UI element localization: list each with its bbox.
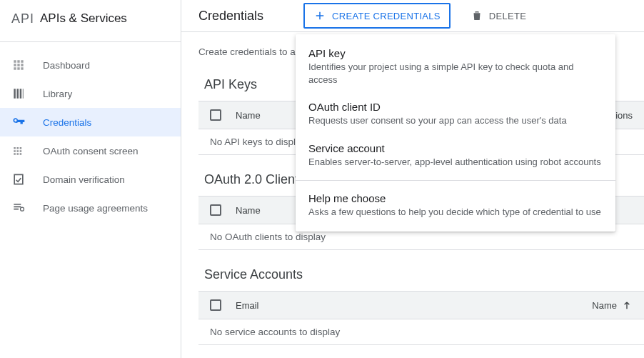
menu-item-help-choose[interactable]: Help me choose Asks a few questions to h… [296,185,615,226]
column-label: Name [592,300,617,311]
select-all-checkbox[interactable] [210,109,221,121]
sidebar-item-oauth-consent[interactable]: OAuth consent screen [0,136,181,165]
delete-button[interactable]: Delete [462,3,535,29]
consent-icon [11,144,26,158]
sidebar-item-library[interactable]: Library [0,79,181,108]
create-credentials-button[interactable]: Create Credentials [303,3,451,29]
section-service-accounts: Service Accounts Email Name No service a… [198,267,644,345]
select-all-checkbox[interactable] [210,204,221,216]
menu-item-api-key[interactable]: API key Identifies your project using a … [296,40,615,94]
menu-item-desc: Identifies your project using a simple A… [308,61,603,86]
delete-button-label: Delete [489,11,526,21]
agreements-icon [11,201,26,215]
table-header: Email Name [198,291,644,319]
sidebar-title: APIs & Services [40,11,127,26]
divider [0,41,181,42]
menu-item-title: Help me choose [308,192,603,204]
sidebar-item-label: OAuth consent screen [43,146,139,156]
menu-item-desc: Asks a few questions to help you decide … [308,206,603,219]
sidebar: API APIs & Services Dashboard Library Cr… [0,0,181,358]
sidebar-item-label: Credentials [43,117,91,128]
sidebar-item-label: Dashboard [43,60,90,71]
plus-icon [313,9,326,22]
column-email[interactable]: Email [236,300,378,311]
column-name[interactable]: Name [592,299,633,311]
menu-item-oauth-client[interactable]: OAuth client ID Requests user consent so… [296,94,615,134]
sidebar-item-domain-verification[interactable]: Domain verification [0,165,181,194]
toolbar: Credentials Create Credentials Delete [181,0,644,32]
key-icon [11,115,26,129]
page-title: Credentials [198,9,263,24]
menu-item-title: OAuth client ID [308,101,603,113]
menu-item-desc: Enables server-to-server, app-level auth… [308,156,603,169]
sidebar-item-label: Domain verification [43,174,125,185]
api-logo-icon: API [11,11,29,26]
select-all-checkbox[interactable] [210,299,221,311]
menu-item-desc: Requests user consent so your app can ac… [308,114,603,127]
menu-item-title: API key [308,47,603,59]
verification-icon [11,172,26,187]
arrow-up-icon [621,299,633,311]
section-title: Service Accounts [204,267,644,282]
sidebar-item-page-usage[interactable]: Page usage agreements [0,194,181,222]
svg-point-0 [21,207,24,211]
library-icon [11,86,26,101]
create-button-label: Create Credentials [332,11,441,21]
menu-item-service-account[interactable]: Service account Enables server-to-server… [296,135,615,176]
sidebar-item-label: Page usage agreements [43,203,148,214]
sidebar-item-dashboard[interactable]: Dashboard [0,51,181,79]
create-credentials-menu: API key Identifies your project using a … [296,34,615,232]
empty-state: No service accounts to display [198,319,644,345]
trash-icon [471,9,483,22]
dashboard-icon [11,58,26,72]
menu-item-title: Service account [308,142,603,154]
sidebar-item-label: Library [43,89,72,99]
menu-separator [296,180,615,181]
sidebar-item-credentials[interactable]: Credentials [0,108,181,136]
sidebar-header: API APIs & Services [0,1,181,36]
